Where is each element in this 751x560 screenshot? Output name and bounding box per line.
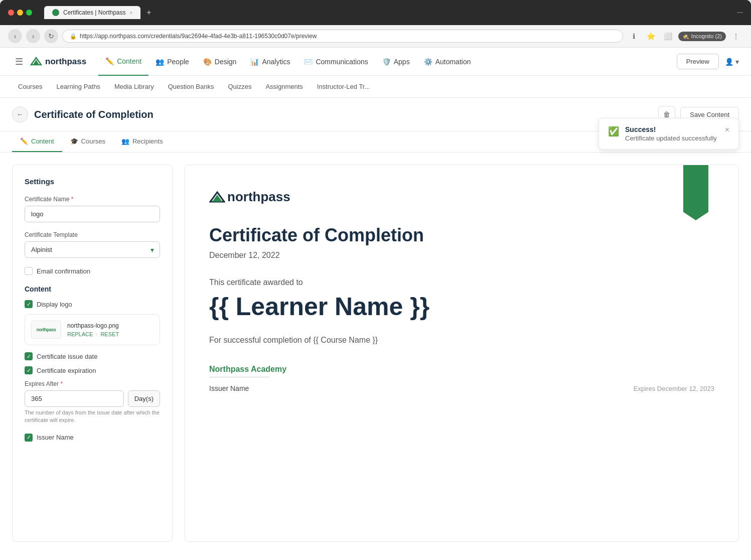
logo-icon: [30, 57, 42, 67]
top-nav: ☰ northpass ✏️ Content 👥 People: [0, 48, 751, 76]
display-logo-label: Display logo: [37, 301, 72, 308]
success-toast: ✅ Success! Certificate updated successfu…: [598, 118, 739, 150]
design-nav-label: Design: [215, 58, 237, 66]
forward-nav-button[interactable]: ›: [26, 29, 40, 43]
content-nav-icon: ✏️: [105, 57, 114, 65]
new-tab-button[interactable]: +: [142, 6, 155, 19]
address-bar[interactable]: 🔒 https://app.northpass.com/credentials/…: [62, 30, 623, 43]
email-confirmation-checkbox[interactable]: [25, 267, 33, 275]
toast-message: Certificate updated successfully: [625, 134, 719, 142]
more-options-button[interactable]: ⋮: [729, 29, 743, 43]
nav-item-people[interactable]: 👥 People: [148, 48, 196, 76]
cert-name-field: Certificate Name *: [25, 196, 160, 222]
courses-tab-icon: 🎓: [70, 137, 78, 145]
logo-filename: northpass-logo.png: [67, 322, 154, 329]
fullscreen-traffic-light[interactable]: [26, 10, 32, 16]
cert-learner-name: {{ Learner Name }}: [209, 293, 714, 321]
user-menu-button[interactable]: 👤 ▾: [725, 58, 739, 66]
sidebar-toggle[interactable]: ⬜: [661, 29, 675, 43]
page-header-left: ← Certificate of Completion: [12, 106, 154, 122]
cert-expiration-checkbox[interactable]: [25, 366, 33, 374]
cert-template-label: Certificate Template: [25, 231, 160, 238]
issuer-name-label: Issuer Name: [37, 434, 74, 441]
cert-bookmark-ribbon: [683, 165, 708, 220]
tab-title: Certificates | Northpass: [63, 9, 126, 16]
courses-tab-label: Courses: [81, 137, 105, 145]
minimize-traffic-light[interactable]: [17, 10, 23, 16]
close-traffic-light[interactable]: [8, 10, 14, 16]
sub-nav-assignments[interactable]: Assignments: [259, 76, 309, 98]
nav-item-automation[interactable]: ⚙️ Automation: [417, 48, 478, 76]
content-tab-label: Content: [31, 137, 54, 145]
nav-item-design[interactable]: 🎨 Design: [196, 48, 244, 76]
extensions-button[interactable]: ⭐: [644, 29, 658, 43]
page-title: Certificate of Completion: [34, 109, 154, 120]
hamburger-button[interactable]: ☰: [12, 53, 26, 70]
settings-title: Settings: [25, 177, 160, 186]
sub-nav-quizzes[interactable]: Quizzes: [222, 76, 257, 98]
cert-issuer-name: Issuer Name: [209, 384, 249, 392]
cert-name-input[interactable]: [25, 206, 160, 222]
sub-nav-learning-paths[interactable]: Learning Paths: [50, 76, 106, 98]
cert-template-field: Certificate Template Alpinist Classic Mo…: [25, 231, 160, 258]
url-text: https://app.northpass.com/credentials/9a…: [80, 33, 317, 40]
people-nav-label: People: [167, 58, 189, 66]
cert-logo-icon: [209, 191, 225, 204]
nav-item-analytics[interactable]: 📊 Analytics: [243, 48, 297, 76]
certificate-preview: northpass Certificate of Completion Dece…: [185, 165, 739, 542]
issuer-name-checkbox[interactable]: [25, 434, 33, 442]
cert-title: Certificate of Completion: [209, 225, 714, 246]
sub-nav: Courses Learning Paths Media Library Que…: [0, 76, 751, 98]
back-nav-button[interactable]: ‹: [8, 29, 22, 43]
apps-nav-icon: 🛡️: [382, 58, 391, 66]
sub-nav-media-library[interactable]: Media Library: [108, 76, 160, 98]
cert-org-name: Northpass Academy: [209, 365, 714, 374]
automation-nav-label: Automation: [435, 58, 471, 66]
cert-expires-label: Expires December 12, 2023: [634, 385, 714, 392]
expires-after-label: Expires After *: [25, 380, 160, 387]
logo-thumbnail: northpass: [31, 321, 61, 339]
logo-reset-button[interactable]: RESET: [100, 331, 119, 337]
recipients-tab-icon: 👥: [121, 137, 129, 145]
logo-info: northpass-logo.png REPLACE · RESET: [67, 322, 154, 337]
communications-nav-label: Communications: [316, 58, 368, 66]
tab-recipients[interactable]: 👥 Recipients: [113, 131, 171, 152]
main-content: Settings Certificate Name * Certificate …: [0, 153, 751, 554]
cert-awarded-to: This certificate awarded to: [209, 278, 714, 287]
browser-window: Certificates | Northpass × + ⋯ ‹ › ↻ 🔒 h…: [0, 0, 751, 560]
refresh-nav-button[interactable]: ↻: [44, 29, 58, 43]
toast-title: Success!: [625, 125, 719, 133]
tab-close-button[interactable]: ×: [130, 10, 133, 16]
sub-nav-ilt[interactable]: Instructor-Led Tr...: [311, 76, 376, 98]
cert-footer: Issuer Name Expires December 12, 2023: [209, 384, 714, 392]
logo: northpass: [30, 57, 86, 67]
preview-button[interactable]: Preview: [677, 54, 719, 69]
display-logo-checkbox[interactable]: [25, 300, 33, 308]
toast-close-button[interactable]: ×: [725, 125, 729, 134]
cert-divider: [209, 377, 269, 377]
email-confirmation-label: Email confirmation: [37, 267, 90, 275]
automation-nav-icon: ⚙️: [424, 58, 432, 66]
nav-item-content[interactable]: ✏️ Content: [98, 48, 148, 76]
traffic-lights: [8, 10, 32, 16]
settings-panel: Settings Certificate Name * Certificate …: [12, 165, 173, 542]
nav-item-communications[interactable]: ✉️ Communications: [297, 48, 375, 76]
back-button[interactable]: ←: [12, 106, 28, 122]
cert-issue-date-checkbox[interactable]: [25, 352, 33, 360]
app-container: ☰ northpass ✏️ Content 👥 People: [0, 48, 751, 560]
tab-content[interactable]: ✏️ Content: [12, 131, 62, 152]
cert-issue-date-row: Certificate issue date: [25, 352, 160, 360]
expires-required-indicator: *: [60, 380, 63, 387]
sub-nav-question-banks[interactable]: Question Banks: [162, 76, 220, 98]
user-chevron-icon: ▾: [735, 58, 739, 66]
tab-courses[interactable]: 🎓 Courses: [62, 131, 113, 152]
active-tab[interactable]: Certificates | Northpass ×: [44, 6, 140, 19]
nav-item-apps[interactable]: 🛡️ Apps: [375, 48, 417, 76]
cert-expiration-row: Certificate expiration: [25, 366, 160, 374]
logo-replace-button[interactable]: REPLACE: [67, 331, 93, 337]
sub-nav-courses[interactable]: Courses: [12, 76, 48, 98]
expires-after-input[interactable]: [25, 390, 124, 407]
cert-template-select[interactable]: Alpinist Classic Modern Minimal: [25, 241, 160, 258]
success-icon: ✅: [608, 126, 619, 137]
info-button[interactable]: ℹ: [627, 29, 641, 43]
